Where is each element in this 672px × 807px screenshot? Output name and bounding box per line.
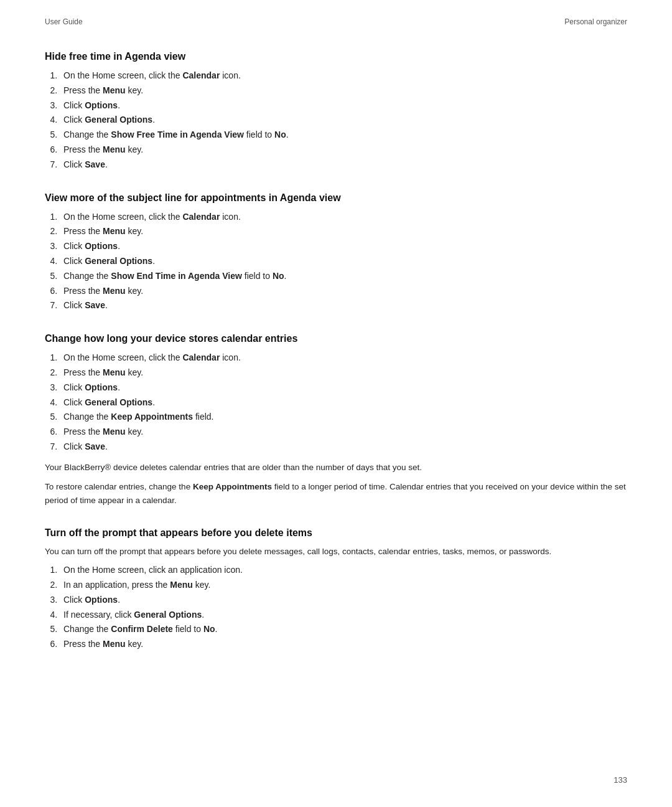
section-title-change-store-duration: Change how long your device stores calen… <box>45 333 627 344</box>
steps-list-turn-off-prompt: On the Home screen, click an application… <box>60 563 627 652</box>
section-title-hide-free-time: Hide free time in Agenda view <box>45 51 627 62</box>
step-item: On the Home screen, click the Calendar i… <box>60 351 627 366</box>
header-right: Personal organizer <box>564 17 627 26</box>
step-item: In an application, press the Menu key. <box>60 578 627 593</box>
section-hide-free-time: Hide free time in Agenda viewOn the Home… <box>45 51 627 172</box>
step-item: On the Home screen, click the Calendar i… <box>60 68 627 83</box>
step-item: Click Options. <box>60 98 627 113</box>
section-intro-turn-off-prompt: You can turn off the prompt that appears… <box>45 545 627 559</box>
step-item: Click General Options. <box>60 395 627 410</box>
step-item: Click Options. <box>60 380 627 395</box>
steps-list-view-more-subject: On the Home screen, click the Calendar i… <box>60 210 627 314</box>
step-item: Change the Show Free Time in Agenda View… <box>60 128 627 143</box>
step-item: Press the Menu key. <box>60 83 627 98</box>
step-item: On the Home screen, click the Calendar i… <box>60 210 627 225</box>
page-footer: 133 <box>614 775 627 785</box>
main-content: Hide free time in Agenda viewOn the Home… <box>0 26 672 709</box>
step-item: Click General Options. <box>60 113 627 128</box>
step-item: If necessary, click General Options. <box>60 608 627 623</box>
step-item: On the Home screen, click an application… <box>60 563 627 578</box>
page-number: 133 <box>614 775 627 785</box>
step-item: Press the Menu key. <box>60 143 627 158</box>
step-item: Click Options. <box>60 239 627 254</box>
section-turn-off-prompt: Turn off the prompt that appears before … <box>45 527 627 652</box>
section-note: Your BlackBerry® device deletes calendar… <box>45 461 627 474</box>
step-item: Press the Menu key. <box>60 425 627 440</box>
section-note: To restore calendar entries, change the … <box>45 480 627 507</box>
section-view-more-subject: View more of the subject line for appoin… <box>45 192 627 314</box>
step-item: Change the Confirm Delete field to No. <box>60 622 627 637</box>
steps-list-change-store-duration: On the Home screen, click the Calendar i… <box>60 351 627 455</box>
step-item: Press the Menu key. <box>60 637 627 652</box>
section-title-view-more-subject: View more of the subject line for appoin… <box>45 192 627 204</box>
section-title-turn-off-prompt: Turn off the prompt that appears before … <box>45 527 627 539</box>
step-item: Press the Menu key. <box>60 366 627 380</box>
step-item: Click Save. <box>60 440 627 455</box>
step-item: Change the Show End Time in Agenda View … <box>60 269 627 284</box>
page-header: User Guide Personal organizer <box>0 0 672 26</box>
step-item: Press the Menu key. <box>60 284 627 299</box>
step-item: Click Save. <box>60 298 627 313</box>
step-item: Click Options. <box>60 593 627 608</box>
step-item: Press the Menu key. <box>60 224 627 239</box>
header-left: User Guide <box>45 17 83 26</box>
section-change-store-duration: Change how long your device stores calen… <box>45 333 627 507</box>
step-item: Click General Options. <box>60 254 627 269</box>
step-item: Click Save. <box>60 158 627 172</box>
steps-list-hide-free-time: On the Home screen, click the Calendar i… <box>60 68 627 172</box>
step-item: Change the Keep Appointments field. <box>60 410 627 425</box>
